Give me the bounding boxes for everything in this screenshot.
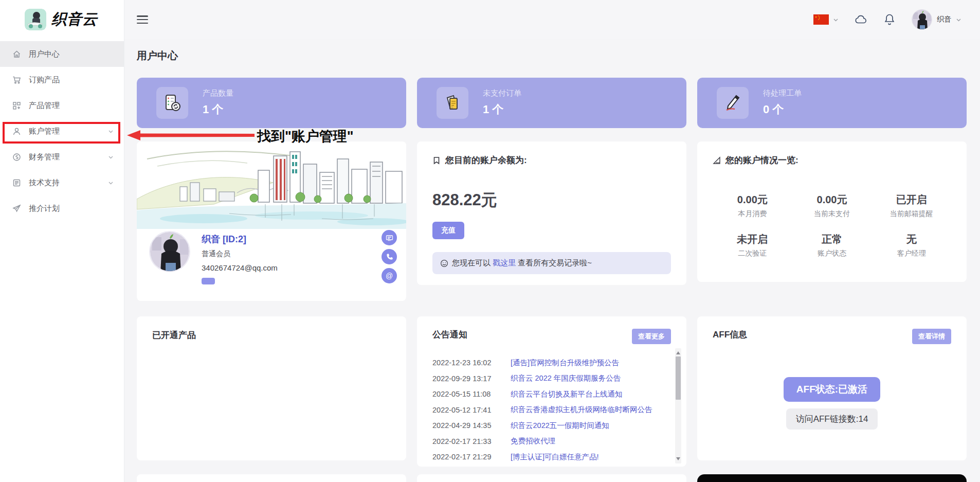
sidebar-item-referral-plan[interactable]: 推介计划 [0, 195, 124, 221]
bell-icon[interactable] [883, 13, 896, 26]
user-icon [12, 127, 21, 136]
sidebar-item-label: 产品管理 [29, 101, 114, 111]
account-overview-card: 您的账户情况一览: 0.00元本月消费 0.00元当前未支付 已开启当前邮箱提醒… [697, 141, 967, 282]
city-illustration [137, 141, 406, 229]
contact-buttons: @ [382, 230, 397, 283]
announcements-title: 公告通知 [432, 329, 467, 341]
overview-grid: 0.00元本月消费 0.00元当前未支付 已开启当前邮箱提醒 未开启二次验证 正… [713, 193, 951, 258]
opened-products-card: 已开通产品 [137, 316, 406, 460]
announcement-row[interactable]: 2022-09-29 13:17织音云 2022 年国庆假期服务公告 [432, 371, 671, 387]
overview-item: 正常账户状态 [792, 233, 872, 258]
announcements-card: 公告通知 查看更多 2022-12-23 16:02[通告]官网控制台升级维护预… [417, 316, 686, 467]
sidebar-item-label: 推介计划 [29, 204, 114, 213]
stat-value: 1 个 [203, 102, 233, 117]
sidebar-item-tech-support[interactable]: 技术支持 [0, 170, 124, 195]
announcement-row[interactable]: 2022-04-29 14:35织音云2022五一假期时间通知 [432, 418, 671, 434]
menu-toggle-icon[interactable] [137, 15, 148, 24]
stat-label: 产品数量 [203, 88, 233, 98]
id-card-icon [386, 234, 393, 242]
sidebar-item-label: 用户中心 [29, 49, 114, 59]
plane-icon [12, 204, 21, 213]
profile-email: 3402674724@qq.com [202, 263, 278, 272]
row-primary: 织音 [ID:2] 普通会员 3402674724@qq.com @ [137, 141, 967, 301]
brand-logo[interactable]: 织音云 [0, 0, 124, 39]
stat-card-pending-tickets: 待处理工单 0 个 [697, 78, 967, 128]
announcement-row[interactable]: 2022-02-17 21:29[博主认证]可白嫖任意产品! [432, 449, 671, 465]
stat-card-products: 产品数量 1 个 [137, 78, 406, 128]
recharge-button[interactable]: 充值 [432, 222, 464, 239]
sidebar-item-label: 技术支持 [29, 178, 108, 188]
balance-amount: 828.22元 [432, 189, 671, 211]
aff-status-badge[interactable]: AFF状态:已激活 [784, 377, 880, 402]
view-more-button[interactable]: 查看更多 [632, 329, 671, 344]
announcement-row[interactable]: 2022-02-17 21:33免费招收代理 [432, 434, 671, 450]
page-title: 用户中心 [137, 49, 967, 63]
stats-row: 产品数量 1 个 未支付订单 1 个 待处理工单 0 个 [137, 78, 967, 128]
tip-prefix: 您现在可以 [452, 258, 491, 267]
row-partial [137, 474, 967, 482]
scrollbar-thumb[interactable] [676, 356, 681, 400]
cloud-icon[interactable] [854, 13, 867, 26]
smiley-icon [440, 259, 448, 267]
stat-card-unpaid-orders: 未支付订单 1 个 [417, 78, 686, 128]
scroll-down-icon[interactable] [676, 457, 680, 461]
brand-logo-icon [25, 9, 46, 30]
stat-label: 待处理工单 [763, 88, 802, 98]
main-content: 用户中心 产品数量 1 个 未支付订单 1 个 [124, 39, 980, 482]
transactions-link[interactable]: 戳这里 [493, 258, 516, 267]
stat-value: 1 个 [483, 102, 521, 117]
membership-level: 普通会员 [202, 249, 278, 259]
announcement-row[interactable]: 2022-12-23 16:02[通告]官网控制台升级维护预公告 [432, 355, 671, 371]
products-title: 已开通产品 [152, 329, 391, 341]
topbar-username: 织音 [937, 15, 951, 24]
overview-item: 0.00元当前未支付 [792, 193, 872, 219]
phone-icon [386, 253, 393, 261]
balance-card: 您目前的账户余额为: 828.22元 充值 您现在可以 戳这里 查看所有交易记录… [417, 141, 686, 285]
view-details-button[interactable]: 查看详情 [912, 329, 951, 344]
sidebar-item-label: 财务管理 [29, 152, 108, 162]
server-refresh-icon [156, 87, 188, 119]
email-at-button[interactable]: @ [382, 268, 397, 283]
cn-flag-icon [813, 14, 829, 25]
announcement-row[interactable]: 2022-05-12 17:41织音云香港虚拟主机升级网络临时断网公告 [432, 402, 671, 418]
chevron-down-icon [108, 154, 114, 160]
overview-item: 已开启当前邮箱提醒 [872, 193, 951, 219]
chevron-down-icon [956, 17, 961, 23]
sidebar-item-user-center[interactable]: 用户中心 [0, 41, 124, 67]
overview-title: 您的账户情况一览: [725, 154, 798, 166]
tip-suffix: 查看所有交易记录啦~ [518, 258, 592, 267]
finance-icon [12, 153, 21, 162]
order-docs-icon [437, 87, 468, 119]
sidebar-item-account-mgmt[interactable]: 账户管理 [0, 118, 124, 144]
stat-value: 0 个 [763, 102, 802, 117]
chevron-down-icon [108, 180, 114, 186]
bookmark-icon [432, 156, 441, 165]
pen-icon [717, 87, 749, 119]
overview-item: 未开启二次验证 [713, 233, 792, 258]
user-menu[interactable]: 织音 [912, 9, 961, 30]
promo-banner-image[interactable] [697, 474, 967, 482]
phone-button[interactable] [382, 249, 397, 264]
sidebar-item-product-mgmt[interactable]: 产品管理 [0, 93, 124, 118]
sidebar-item-finance-mgmt[interactable]: 财务管理 [0, 144, 124, 170]
member-badge [202, 278, 215, 284]
overview-item: 0.00元本月消费 [713, 193, 792, 219]
announcements-scrollbar[interactable] [675, 348, 681, 463]
ruler-icon [713, 156, 721, 165]
transactions-tip: 您现在可以 戳这里 查看所有交易记录啦~ [432, 252, 671, 274]
profile-card: 织音 [ID:2] 普通会员 3402674724@qq.com @ [137, 141, 406, 301]
topbar: 织音 [124, 0, 980, 39]
id-card-button[interactable] [382, 230, 397, 245]
sidebar-item-order-products[interactable]: 订购产品 [0, 67, 124, 93]
support-icon [12, 178, 21, 187]
at-glyph: @ [386, 272, 393, 280]
sidebar-nav: 用户中心 订购产品 产品管理 账户管理 财务管理 技术支持 推介计划 [0, 41, 124, 221]
aff-card: AFF信息 查看详情 AFF状态:已激活 访问AFF链接数:14 [697, 316, 967, 460]
scroll-up-icon[interactable] [676, 350, 680, 354]
chevron-down-icon [108, 129, 114, 134]
stat-label: 未支付订单 [483, 88, 521, 98]
language-selector[interactable] [813, 14, 839, 25]
announcement-row[interactable]: 2022-05-15 11:08织音云平台切换及新平台上线通知 [432, 386, 671, 402]
balance-title: 您目前的账户余额为: [445, 154, 527, 166]
profile-username[interactable]: 织音 [ID:2] [202, 233, 278, 245]
